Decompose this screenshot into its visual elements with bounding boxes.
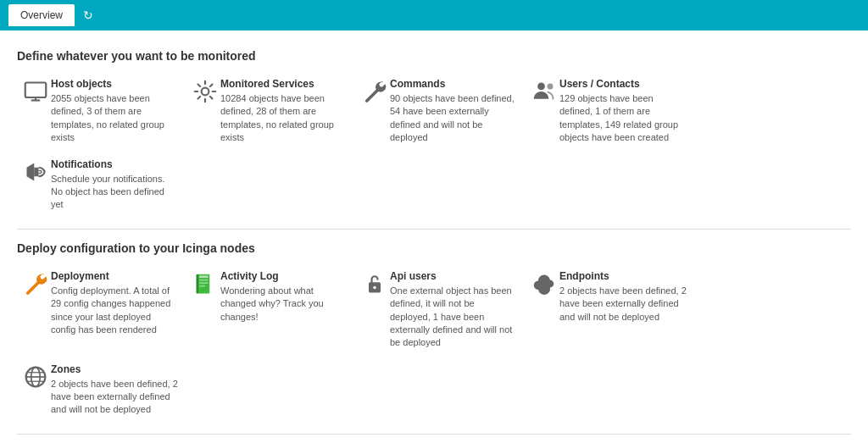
globe-icon bbox=[20, 363, 51, 389]
activity-log-desc: Wondering about what changed why? Track … bbox=[220, 285, 324, 322]
refresh-icon[interactable]: ↻ bbox=[83, 8, 93, 22]
users-contacts-desc: 129 objects have been defined, 1 of them… bbox=[559, 93, 678, 142]
main-content: Define whatever you want to be monitored… bbox=[0, 30, 868, 443]
wrench-orange-icon bbox=[20, 270, 51, 296]
users-contacts-title: Users / Contacts bbox=[559, 78, 687, 90]
host-objects-desc: 2055 objects have been defined, 3 of the… bbox=[51, 93, 164, 142]
divider-2 bbox=[17, 434, 851, 435]
deployment-desc: Config deployment. A total of 29 config … bbox=[51, 285, 170, 335]
api-users-desc: One external object has been defined, it… bbox=[390, 285, 512, 348]
host-objects-title: Host objects bbox=[51, 78, 178, 90]
users-icon bbox=[529, 78, 559, 103]
item-endpoints[interactable]: Endpoints 2 objects have been defined, 2… bbox=[526, 267, 695, 353]
commands-title: Commands bbox=[390, 78, 517, 90]
monitored-services-desc: 10284 objects have been defined, 28 of t… bbox=[220, 93, 334, 142]
section-monitor-grid: Host objects 2055 objects have been defi… bbox=[17, 75, 851, 215]
section-deploy-grid: Deployment Config deployment. A total of… bbox=[17, 267, 851, 420]
item-zones[interactable]: Zones 2 objects have been defined, 2 hav… bbox=[17, 360, 186, 420]
item-deployment[interactable]: Deployment Config deployment. A total of… bbox=[17, 267, 186, 353]
api-users-title: Api users bbox=[390, 270, 517, 282]
item-host-objects[interactable]: Host objects 2055 objects have been defi… bbox=[17, 75, 186, 148]
overview-tab[interactable]: Overview bbox=[8, 4, 75, 26]
section-deploy-heading: Deploy configuration to your Icinga node… bbox=[17, 241, 851, 255]
lock-icon bbox=[359, 270, 390, 296]
commands-desc: 90 objects have been defined, 54 have be… bbox=[390, 93, 515, 142]
gear-icon bbox=[190, 78, 220, 103]
topbar: Overview ↻ bbox=[0, 0, 868, 30]
monitored-services-title: Monitored Services bbox=[220, 78, 348, 90]
item-monitored-services[interactable]: Monitored Services 10284 objects have be… bbox=[186, 75, 356, 148]
deployment-title: Deployment bbox=[51, 270, 178, 282]
item-api-users[interactable]: Api users One external object has been d… bbox=[356, 267, 526, 353]
notifications-desc: Schedule your notifications. No object h… bbox=[51, 174, 165, 210]
activity-log-title: Activity Log bbox=[220, 270, 348, 282]
book-icon bbox=[190, 270, 220, 296]
item-notifications[interactable]: Notifications Schedule your notification… bbox=[17, 155, 186, 215]
item-users-contacts[interactable]: Users / Contacts 129 objects have been d… bbox=[526, 75, 695, 148]
item-commands[interactable]: Commands 90 objects have been defined, 5… bbox=[356, 75, 526, 148]
zones-title: Zones bbox=[51, 363, 178, 375]
item-activity-log[interactable]: Activity Log Wondering about what change… bbox=[186, 267, 356, 353]
monitor-icon bbox=[20, 78, 51, 103]
wrench-icon bbox=[359, 78, 390, 103]
endpoints-desc: 2 objects have been defined, 2 have been… bbox=[559, 285, 687, 322]
section-monitor-heading: Define whatever you want to be monitored bbox=[17, 49, 851, 63]
divider-1 bbox=[17, 229, 851, 230]
bell-icon bbox=[20, 158, 51, 184]
notifications-title: Notifications bbox=[51, 158, 178, 170]
cloud-icon bbox=[529, 270, 559, 296]
endpoints-title: Endpoints bbox=[559, 270, 687, 282]
zones-desc: 2 objects have been defined, 2 have been… bbox=[51, 379, 178, 415]
